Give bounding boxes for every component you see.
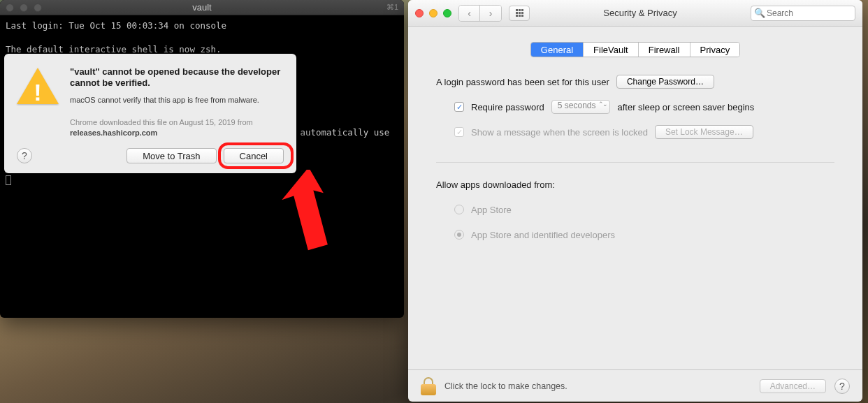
prefs-toolbar: ‹ › Security & Privacy 🔍 [408,0,862,27]
grid-icon [516,9,523,17]
dialog-meta: Chrome downloaded this file on August 15… [70,117,284,138]
prefs-title: Security & Privacy [537,8,744,18]
dialog-meta-prefix: Chrome downloaded this file on August 15… [70,118,253,126]
change-password-label: Change Password… [627,77,704,87]
nav-back-forward: ‹ › [458,5,502,22]
zoom-icon[interactable] [443,9,451,17]
dialog-subtitle: macOS cannot verify that this app is fre… [70,95,284,105]
change-password-button[interactable]: Change Password… [616,75,714,89]
cancel-button[interactable]: Cancel [224,148,284,163]
help-icon: ? [22,150,27,161]
term-line: The default interactive shell is now zsh… [6,44,222,54]
require-password-checkbox[interactable] [454,102,464,112]
prefs-traffic-lights [415,9,451,17]
allow-identified-radio [454,230,464,240]
move-to-trash-button[interactable]: Move to Trash [126,148,216,163]
search-input[interactable] [751,6,855,21]
lock-icon[interactable] [421,377,436,395]
require-password-label: Require password [471,102,544,112]
require-password-suffix: after sleep or screen saver begins [617,102,754,112]
minimize-icon[interactable] [429,9,437,17]
lock-text: Click the lock to make changes. [444,381,751,391]
prefs-footer: Click the lock to make changes. Advanced… [408,369,862,402]
close-icon[interactable] [415,9,424,17]
back-button[interactable]: ‹ [459,6,480,21]
tab-firewall[interactable]: Firewall [638,43,690,57]
prefs-tabs: General FileVault Firewall Privacy [408,42,862,57]
tab-privacy-label: Privacy [700,45,730,55]
search-icon: 🔍 [754,8,765,18]
require-delay-value: 5 seconds [558,101,596,110]
allow-appstore-label: App Store [471,205,512,215]
divider [436,162,834,163]
advanced-label: Advanced… [770,381,816,391]
set-lock-message-label: Set Lock Message… [665,127,743,137]
search-wrap: 🔍 [751,6,855,21]
tab-privacy[interactable]: Privacy [690,43,740,57]
allow-identified-label: App Store and identified developers [471,230,615,240]
gatekeeper-dialog: ! "vault" cannot be opened because the d… [4,54,296,173]
term-line: Last login: Tue Oct 15 00:03:34 on conso… [6,20,226,31]
prefs-help-button[interactable]: ? [834,379,850,394]
prefs-body: A login password has been set for this u… [408,57,862,244]
move-to-trash-label: Move to Trash [143,151,200,161]
advanced-button: Advanced… [760,379,826,393]
cancel-label: Cancel [240,151,268,161]
require-password-delay-select[interactable]: 5 seconds [551,100,611,114]
allow-appstore-radio [454,205,464,214]
show-message-label: Show a message when the screen is locked [471,127,648,138]
tab-filevault[interactable]: FileVault [583,43,638,57]
show-message-checkbox [454,127,464,137]
forward-button[interactable]: › [480,6,501,21]
tab-general-label: General [541,45,573,55]
allow-apps-label: Allow apps downloaded from: [436,179,555,190]
login-password-text: A login password has been set for this u… [436,77,609,87]
tab-filevault-label: FileVault [593,45,628,55]
system-preferences-window: ‹ › Security & Privacy 🔍 General FileVau… [408,0,862,402]
tab-general[interactable]: General [531,43,583,57]
dialog-title: "vault" cannot be opened because the dev… [70,66,284,89]
warning-icon: ! [17,66,59,108]
terminal-titlebar: vault ⌘1 [0,0,404,15]
terminal-title: vault [0,2,404,13]
help-button[interactable]: ? [17,148,32,163]
terminal-cursor [6,175,11,185]
set-lock-message-button: Set Lock Message… [655,125,753,139]
show-all-button[interactable] [509,6,530,21]
tab-firewall-label: Firewall [649,45,680,55]
help-icon: ? [839,381,845,392]
dialog-meta-source: releases.hashicorp.com [70,129,157,137]
